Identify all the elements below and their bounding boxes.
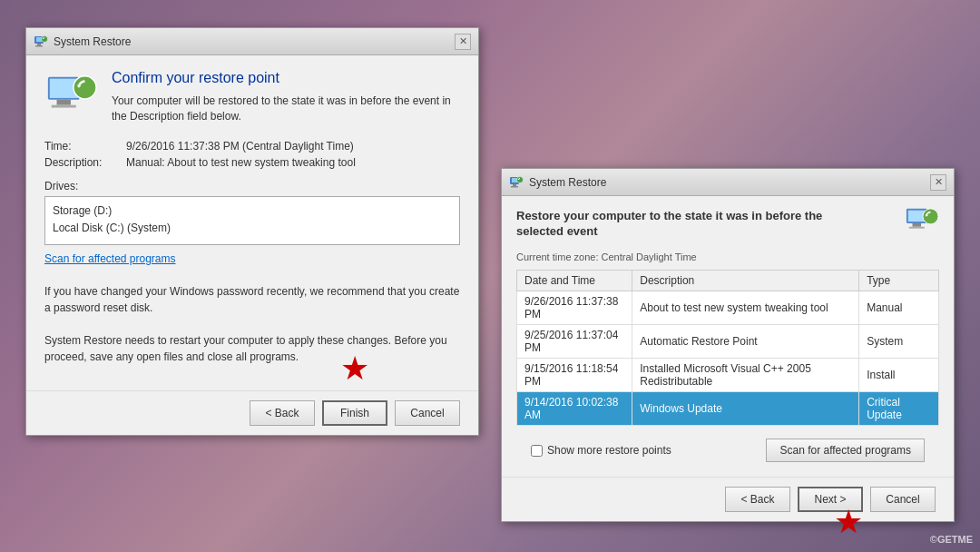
dialog2-content: Restore your computer to the state it wa…: [502, 196, 954, 477]
dialog2-titlebar: System Restore ✕: [502, 169, 954, 196]
dialog1-subtitle: Your computer will be restored to the st…: [112, 94, 460, 124]
dialog1-drives-box: Storage (D:) Local Disk (C:) (System): [44, 196, 460, 245]
svg-rect-1: [36, 37, 42, 42]
dialog1-warning: If you have changed your Windows passwor…: [44, 283, 460, 365]
table-row[interactable]: 9/15/2016 11:18:54 PM Installed Microsof…: [517, 359, 939, 392]
dialog1-icon-area: [44, 70, 97, 125]
show-more-checkbox[interactable]: [531, 445, 543, 457]
dialog1-drives-label: Drives:: [44, 180, 460, 192]
restore-point-dialog: System Restore ✕ Restore your computer t…: [501, 168, 955, 522]
dialog1-title-text: System Restore: [54, 35, 131, 48]
svg-rect-9: [52, 105, 76, 108]
svg-rect-20: [913, 223, 922, 227]
dialog1-time-value: 9/26/2016 11:37:38 PM (Central Daylight …: [126, 140, 354, 153]
dialog2-timezone: Current time zone: Central Daylight Time: [516, 251, 939, 262]
dialog2-scan-button[interactable]: Scan for affected programs: [766, 439, 925, 462]
dialog2-title-area: System Restore: [509, 175, 606, 190]
svg-point-10: [74, 76, 96, 99]
row1-type: Manual: [859, 291, 939, 325]
row3-type: Install: [859, 359, 939, 392]
dialog1-cancel-button[interactable]: Cancel: [395, 400, 460, 426]
dialog1-close-button[interactable]: ✕: [455, 34, 471, 50]
drive-storage: Storage (D:): [53, 202, 452, 220]
dialog1-button-bar: < Back Finish Cancel: [26, 390, 478, 435]
dialog1-back-button[interactable]: < Back: [250, 400, 315, 426]
dialog2-button-bar: < Back Next > Cancel: [502, 477, 954, 521]
dialog2-header: Restore your computer to the state it wa…: [516, 205, 939, 242]
watermark: ©GETME: [930, 534, 973, 545]
table-row-selected[interactable]: 9/14/2016 10:02:38 AM Windows Update Cri…: [517, 392, 939, 426]
dialog2-system-restore-icon: [509, 175, 524, 190]
row4-desc: Windows Update: [632, 392, 859, 426]
dialog2-next-button[interactable]: Next >: [798, 487, 863, 512]
computer-restore-icon: [44, 70, 97, 123]
svg-rect-2: [37, 44, 41, 45]
dialog2-title-text: System Restore: [529, 176, 606, 189]
svg-point-16: [517, 176, 524, 182]
row4-date: 9/14/2016 10:02:38 AM: [517, 392, 632, 426]
row1-desc: About to test new system tweaking tool: [632, 291, 859, 325]
svg-rect-13: [512, 178, 517, 182]
drive-local: Local Disk (C:) (System): [53, 220, 452, 237]
system-restore-icon: [34, 34, 48, 49]
dialog1-title-area: System Restore: [34, 34, 131, 49]
table-row[interactable]: 9/26/2016 11:37:38 PM About to test new …: [517, 291, 939, 325]
dialog2-close-button[interactable]: ✕: [930, 174, 946, 191]
dialog1-info-table: Time: 9/26/2016 11:37:38 PM (Central Day…: [44, 140, 460, 169]
dialog1-content: Confirm your restore point Your computer…: [26, 55, 478, 390]
row3-date: 9/15/2016 11:18:54 PM: [517, 359, 632, 392]
row2-desc: Automatic Restore Point: [632, 325, 859, 359]
dialog1-time-label: Time:: [44, 140, 126, 153]
show-more-checkbox-label[interactable]: Show more restore points: [531, 444, 671, 457]
row4-type: Critical Update: [859, 392, 939, 426]
show-more-label: Show more restore points: [547, 444, 671, 457]
dialog1-desc-value: Manual: About to test new system tweakin…: [126, 156, 356, 169]
dialog2-cancel-button[interactable]: Cancel: [870, 487, 936, 512]
dialog1-header: Confirm your restore point Your computer…: [44, 70, 460, 125]
dialog1-desc-row: Description: Manual: About to test new s…: [44, 156, 460, 169]
dialog1-desc-label: Description:: [44, 156, 126, 169]
dialog2-icon-area: [905, 205, 939, 242]
svg-point-22: [923, 209, 938, 224]
dialog1-heading: Confirm your restore point: [112, 70, 460, 86]
svg-rect-15: [511, 186, 518, 188]
row2-type: System: [859, 325, 939, 359]
col-header-desc: Description: [632, 271, 859, 291]
col-header-type: Type: [859, 271, 939, 291]
dialog2-bottom-bar: Show more restore points Scan for affect…: [516, 433, 939, 468]
row2-date: 9/25/2016 11:37:04 PM: [517, 325, 632, 359]
dialog2-computer-icon: [905, 205, 939, 240]
svg-rect-21: [909, 227, 925, 229]
row3-desc: Installed Microsoft Visual C++ 2005 Redi…: [632, 359, 859, 392]
svg-rect-14: [513, 184, 516, 186]
dialog1-titlebar: System Restore ✕: [26, 28, 478, 55]
dialog1-title-block: Confirm your restore point Your computer…: [112, 70, 460, 124]
dialog2-heading: Restore your computer to the state it wa…: [516, 209, 861, 240]
svg-point-4: [42, 35, 48, 42]
col-header-date: Date and Time: [517, 271, 632, 291]
confirm-restore-dialog: System Restore ✕ Confirm your restore po…: [25, 27, 479, 436]
svg-rect-3: [35, 45, 43, 47]
row1-date: 9/26/2016 11:37:38 PM: [517, 291, 632, 325]
table-row[interactable]: 9/25/2016 11:37:04 PM Automatic Restore …: [517, 325, 939, 359]
dialog1-finish-button[interactable]: Finish: [322, 400, 387, 426]
dialog1-time-row: Time: 9/26/2016 11:37:38 PM (Central Day…: [44, 140, 460, 153]
dialog1-scan-link[interactable]: Scan for affected programs: [44, 252, 176, 265]
restore-points-table: Date and Time Description Type 9/26/2016…: [516, 270, 939, 426]
svg-rect-8: [57, 100, 71, 105]
dialog2-back-button[interactable]: < Back: [725, 487, 790, 512]
